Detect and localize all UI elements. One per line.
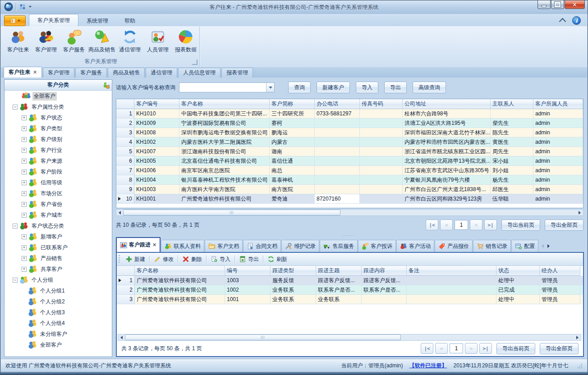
collapse-ribbon-icon[interactable] (559, 18, 566, 25)
tree-expander[interactable]: + (22, 148, 27, 153)
column-header[interactable]: 客户名称 (179, 99, 270, 109)
table-row[interactable]: 1KH1010中国电子科技集团公司第三十四研...三十四研究所0733-5881… (116, 109, 583, 119)
tree-item[interactable]: +客户行业 (5, 145, 112, 155)
tree-item[interactable]: +市场分区 (5, 188, 112, 199)
search-button-4[interactable]: 高级查询 (413, 82, 446, 93)
tree-expander[interactable]: + (22, 126, 27, 131)
main-grid-hscrollbar[interactable] (116, 209, 583, 216)
next-page-button[interactable]: > (470, 220, 482, 230)
column-header[interactable]: 客户编号 (134, 99, 179, 109)
ribbon-button-1[interactable]: 客户管理 (32, 28, 60, 55)
tree-item[interactable]: 个人分组4 (5, 318, 112, 329)
tree-item[interactable]: +产品销售 (5, 253, 112, 264)
detail-tab-10[interactable]: 配置 (511, 240, 538, 252)
tabs-scroll-right-icon[interactable] (547, 244, 550, 248)
tab-close-icon[interactable]: ✕ (33, 68, 37, 77)
tree-expander[interactable]: + (22, 180, 27, 185)
tree-item[interactable]: +新增客户 (5, 231, 112, 242)
tree-expander[interactable]: + (22, 234, 27, 239)
table-row[interactable]: 3KH1008深圳市鹏海运电子数据交换有限公司鹏海运深圳市福田区深南大道北竹子林… (116, 128, 583, 137)
column-header[interactable]: 主联系人 (491, 99, 533, 109)
detail-tab-2[interactable]: 客户文档 (205, 240, 243, 252)
tree-expander[interactable]: + (22, 115, 27, 120)
column-header[interactable]: 编号 (225, 266, 271, 276)
detail-tab-7[interactable]: 客户活动 (396, 240, 434, 252)
tree-item[interactable]: +客户阶段 (5, 166, 112, 177)
search-button-2[interactable]: 导入 (356, 82, 378, 93)
table-row[interactable]: 9KH1003南方医科大学南方医院南方医院广州市白云区广州大道北1838号...… (116, 185, 583, 194)
detail-tab-4[interactable]: 维护记录 (281, 240, 319, 252)
tree-expander[interactable]: + (22, 169, 27, 174)
scroll-right-icon[interactable] (574, 334, 581, 340)
table-row[interactable]: 6KH1005北京嘉信仕通电子科技有限公司嘉信仕通北京市朝阳区北苑路甲13号院北… (116, 156, 583, 166)
column-header[interactable]: 客户名称 (135, 266, 225, 276)
doc-tab-1[interactable]: 客户管理 (43, 68, 74, 78)
detail-tab-6[interactable]: 客户投诉 (358, 240, 396, 252)
column-header[interactable]: 客户所属人员 (533, 99, 583, 109)
column-header[interactable]: 传真号码 (360, 99, 403, 109)
column-header[interactable]: 客户简称 (270, 99, 315, 109)
tree-item[interactable]: −客户状态分类 (5, 220, 112, 231)
detail-tab-5[interactable]: 售后服务 (320, 240, 358, 252)
doc-tab-4[interactable]: 通信管理 (146, 68, 177, 78)
tree-item[interactable]: +信用等级 (5, 177, 112, 188)
ribbon-button-2[interactable]: 客户服务 (60, 28, 88, 55)
tree-expander[interactable]: − (13, 278, 18, 283)
search-button-3[interactable]: 导出 (384, 82, 407, 93)
info-icon[interactable]: i (572, 16, 581, 25)
detail-tab-9[interactable]: 销售记录 (473, 240, 511, 252)
last-page-button[interactable]: >| (484, 220, 497, 230)
table-row[interactable]: 10KH1001广州爱奇迪软件科技有限公司爱奇迪87207160广州市白云区同和… (116, 194, 583, 204)
tree-expander[interactable]: − (13, 224, 18, 229)
tree-item[interactable]: −客户属性分类 (5, 101, 112, 112)
table-row[interactable]: 2KH1009宁波赛柯国际贸易有限公司赛柯洪塘工业A区洪大路195号柴先生adm… (116, 119, 583, 128)
doc-tab-5[interactable]: 人员信息管理 (178, 68, 220, 78)
scroll-left-icon[interactable] (118, 334, 125, 340)
followup-hscrollbar[interactable] (118, 334, 581, 341)
tree-item[interactable]: 全部客户 (5, 339, 112, 350)
application-menu-button[interactable] (4, 15, 26, 26)
first-page-button[interactable]: |< (421, 343, 433, 354)
tree-item[interactable]: 个人分组1 (5, 285, 112, 296)
detail-tab-8[interactable]: 产品报价 (435, 240, 473, 252)
ribbon-button-4[interactable]: 通信管理 (116, 28, 144, 55)
detail-tab-1[interactable]: 联系人资料 (161, 240, 204, 252)
tabs-scroll-left-icon[interactable] (542, 244, 544, 248)
column-header[interactable]: 跟进主题 (316, 266, 362, 276)
tree-expander[interactable]: + (22, 191, 27, 196)
doc-tab-6[interactable]: 报表管理 (221, 68, 253, 78)
scroll-thumb[interactable] (125, 334, 401, 340)
ribbon-button-6[interactable]: 报表数据 (172, 28, 200, 55)
tree-item[interactable]: +客户城市 (5, 210, 112, 220)
table-row[interactable]: 7KH1006南京军区南京总医院南总江苏省南京市玄武区中山东路305号刘小姐ad… (116, 166, 583, 175)
tree-item[interactable]: 个人分组3 (5, 307, 112, 318)
tree-expander[interactable]: + (22, 256, 27, 261)
prev-page-button[interactable]: < (440, 220, 453, 230)
tree-item[interactable]: +客户来源 (5, 155, 112, 166)
column-header[interactable]: 跟进类型 (271, 266, 316, 276)
tree-item[interactable]: −个人分组 (5, 274, 112, 285)
customer-search-combobox[interactable] (179, 82, 275, 92)
tree-item[interactable]: +共享客户 (5, 264, 112, 274)
column-header[interactable]: 跟进内容 (362, 266, 407, 276)
toolbar-button-edit[interactable]: 修改 (151, 254, 176, 264)
export-button-1[interactable]: 导出全部页 (545, 220, 583, 231)
ribbon-button-0[interactable]: 客户往来 (4, 28, 32, 55)
toolbar-button-export[interactable]: 导出 (236, 254, 262, 264)
table-row[interactable]: 2广州爱奇迪软件科技有限公司1002业务联系联系客户是否...联系客户是否...… (117, 285, 583, 295)
tree-item[interactable]: +客户级别 (5, 134, 112, 145)
ribbon-tab-2[interactable]: 帮助 (116, 15, 143, 26)
tree-settings-icon[interactable] (102, 81, 110, 89)
tree-item[interactable]: +已联系客户 (5, 242, 112, 253)
tree-expander[interactable]: + (22, 267, 27, 272)
next-page-button[interactable]: > (465, 343, 478, 354)
column-header[interactable]: 备注 (407, 266, 496, 276)
tree-item[interactable]: 未分组客户 (5, 329, 112, 339)
doc-tab-2[interactable]: 客户服务 (75, 68, 107, 78)
combo-dropdown-button[interactable] (266, 83, 274, 92)
column-header[interactable]: 公司地址 (403, 99, 491, 109)
table-row[interactable]: 1广州爱奇迪软件科技有限公司1003服务反馈跟进客户反馈...跟进客户反馈...… (117, 276, 583, 285)
column-header[interactable]: 经办人 (540, 266, 580, 276)
tree-expander[interactable]: + (22, 202, 27, 207)
page-number-input[interactable]: 1 (450, 343, 463, 353)
